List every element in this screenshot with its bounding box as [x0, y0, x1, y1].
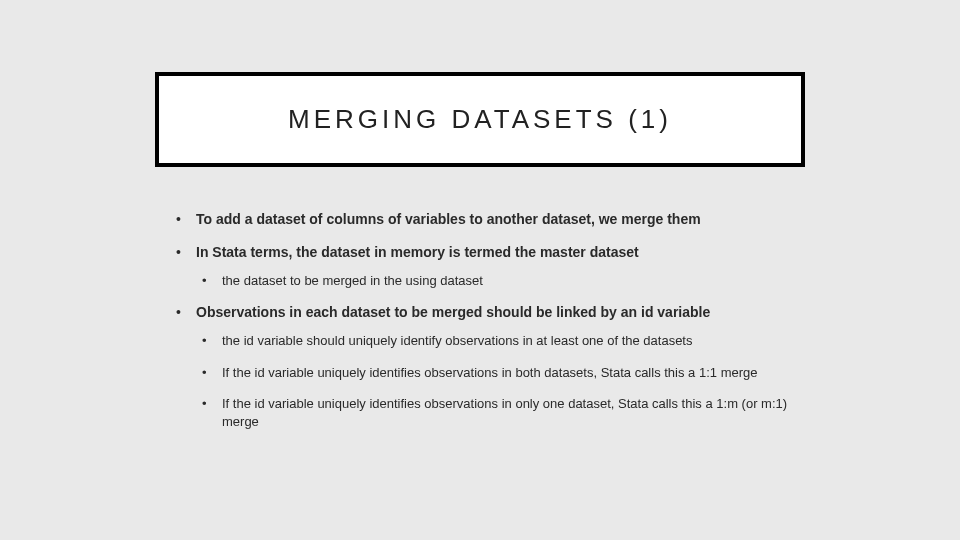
bullet-2: In Stata terms, the dataset in memory is… [170, 243, 805, 289]
title-box: MERGING DATASETS (1) [155, 72, 805, 167]
slide-title: MERGING DATASETS (1) [288, 104, 672, 135]
bullet-3-text: Observations in each dataset to be merge… [196, 304, 710, 320]
bullet-3-sub-1-text: the id variable should uniquely identify… [222, 333, 692, 348]
bullet-1-text: To add a dataset of columns of variables… [196, 211, 701, 227]
bullet-2-sub-1-text: the dataset to be merged in the using da… [222, 273, 483, 288]
bullet-3: Observations in each dataset to be merge… [170, 303, 805, 430]
bullet-3-sub-2-text: If the id variable uniquely identifies o… [222, 365, 757, 380]
bullet-2-text: In Stata terms, the dataset in memory is… [196, 244, 639, 260]
slide-content: To add a dataset of columns of variables… [170, 210, 805, 444]
bullet-1: To add a dataset of columns of variables… [170, 210, 805, 229]
slide: MERGING DATASETS (1) To add a dataset of… [0, 0, 960, 540]
bullet-3-sub-2: If the id variable uniquely identifies o… [196, 364, 805, 382]
bullet-3-sub-3: If the id variable uniquely identifies o… [196, 395, 805, 430]
bullet-3-sub-1: the id variable should uniquely identify… [196, 332, 805, 350]
bullet-2-sub-1: the dataset to be merged in the using da… [196, 272, 805, 290]
bullet-3-sub-3-text: If the id variable uniquely identifies o… [222, 396, 787, 429]
